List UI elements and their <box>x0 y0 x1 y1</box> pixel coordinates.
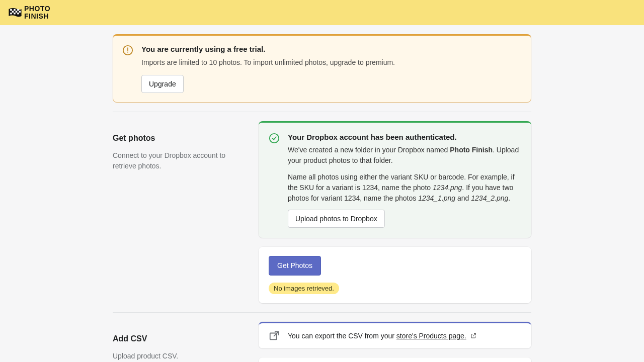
alert-circle-icon <box>122 45 133 56</box>
csv-info-card: You can export the CSV from your store's… <box>259 322 531 348</box>
add-csv-heading: Add CSV <box>113 333 249 345</box>
svg-rect-10 <box>127 48 128 51</box>
svg-rect-0 <box>10 9 12 11</box>
upload-to-dropbox-button[interactable]: Upload photos to Dropbox <box>288 210 385 228</box>
logo: PHOTO FINISH <box>8 5 50 20</box>
add-csv-desc: Upload product CSV. <box>113 351 249 361</box>
get-photos-desc: Connect to your Dropbox account to retri… <box>113 150 249 171</box>
store-products-link[interactable]: store's Products page. <box>396 332 466 340</box>
dropbox-auth-card: Your Dropbox account has been authentica… <box>259 121 531 238</box>
svg-rect-6 <box>10 13 12 15</box>
no-images-badge: No images retrieved. <box>269 283 339 295</box>
external-link-icon <box>470 333 476 339</box>
auth-title: Your Dropbox account has been authentica… <box>288 132 521 143</box>
header-bar: PHOTO FINISH <box>0 0 644 25</box>
logo-text: PHOTO FINISH <box>24 5 50 20</box>
csv-info-text: You can export the CSV from your store's… <box>288 331 476 341</box>
get-photos-section: Get photos Connect to your Dropbox accou… <box>113 121 531 303</box>
svg-rect-2 <box>17 9 19 11</box>
svg-rect-5 <box>19 11 21 13</box>
section-divider <box>113 112 531 112</box>
auth-paragraph-2: Name all photos using either the variant… <box>288 172 521 204</box>
upgrade-button[interactable]: Upgrade <box>141 75 184 93</box>
add-csv-section: Add CSV Upload product CSV. You can expo… <box>113 322 531 362</box>
svg-rect-7 <box>14 13 16 15</box>
get-photos-card: Get Photos No images retrieved. <box>259 247 531 303</box>
svg-rect-11 <box>127 52 128 53</box>
trial-banner-title: You are currently using a free trial. <box>141 44 522 55</box>
checkered-flag-icon <box>8 8 22 18</box>
auth-paragraph-1: We've created a new folder in your Dropb… <box>288 145 521 166</box>
svg-rect-3 <box>12 11 14 13</box>
section-divider <box>113 312 531 313</box>
get-photos-button[interactable]: Get Photos <box>269 256 321 275</box>
csv-dropzone-card <box>259 357 531 362</box>
get-photos-heading: Get photos <box>113 132 249 144</box>
trial-banner-subtitle: Imports are limited to 10 photos. To imp… <box>141 57 522 68</box>
svg-rect-8 <box>17 13 19 15</box>
check-circle-icon <box>269 133 280 144</box>
svg-rect-1 <box>14 9 16 11</box>
svg-rect-4 <box>16 11 18 13</box>
trial-banner: You are currently using a free trial. Im… <box>113 34 531 103</box>
export-icon <box>269 330 280 341</box>
svg-point-12 <box>270 134 279 143</box>
